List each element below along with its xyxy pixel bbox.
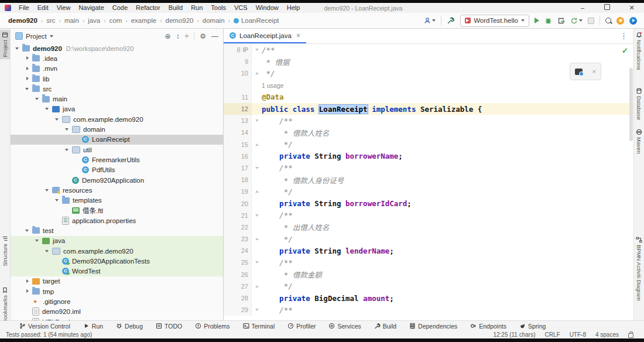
tree-item-lib[interactable]: lib (11, 74, 223, 84)
chevron-down-icon[interactable] (44, 187, 50, 193)
tree-item-demo920[interactable]: demo920D:\workspace\demo920 (11, 43, 223, 53)
status-widget-utf-8[interactable]: UTF-8 (570, 331, 586, 338)
status-widget-12-25-11-chars[interactable]: 12:25 (11 chars) (493, 331, 535, 338)
editor-gutter[interactable]: 17 (224, 162, 252, 174)
editor-gutter[interactable]: 24 (224, 245, 252, 256)
tree-item-demo920application[interactable]: CDemo920Application (11, 175, 223, 185)
chevron-down-icon[interactable] (44, 248, 50, 254)
status-widget-4-spaces[interactable]: 4 spaces (595, 331, 619, 338)
fold-gutter[interactable] (252, 67, 262, 79)
menu-file[interactable]: File (15, 3, 33, 13)
editor-gutter[interactable]: 11 (224, 91, 252, 103)
chevron-right-icon[interactable] (24, 288, 30, 295)
expand-all-icon[interactable]: ↕ (176, 32, 180, 40)
close-button[interactable]: ✕ (619, 4, 644, 12)
tree-item-loanreceipt[interactable]: CLoanReceipt (11, 135, 223, 145)
tree-item-main[interactable]: main (11, 94, 223, 104)
menu-run[interactable]: Run (187, 3, 207, 13)
code-editor[interactable]: 8IP/**9 * 借据10 */1 usage11@Data12public … (224, 44, 633, 321)
toolwindow-button-dependencies[interactable]: Dependencies (403, 323, 464, 330)
editor-gutter[interactable]: 26 (224, 269, 252, 281)
menu-tools[interactable]: Tools (207, 3, 230, 13)
collapse-all-icon[interactable]: ÷ (185, 32, 189, 40)
plugin-widget-icon[interactable] (575, 69, 583, 75)
editor-gutter[interactable]: 10 (224, 67, 252, 79)
tree-item-wordtest[interactable]: CWordTest (11, 266, 223, 276)
breadcrumb-item-main[interactable]: main (64, 17, 79, 24)
rerun-icon[interactable] (570, 17, 583, 25)
breadcrumb-item-example[interactable]: example (131, 17, 156, 24)
fold-gutter[interactable] (252, 256, 262, 268)
run-button[interactable] (535, 18, 539, 23)
editor-gutter[interactable]: 16 (224, 151, 252, 162)
toolwindow-button-spring[interactable]: Spring (513, 323, 552, 330)
editor-gutter[interactable]: 13 (224, 115, 252, 126)
status-message[interactable]: Tests passed: 1 (54 minutes ago) (6, 331, 92, 338)
run-with-coverage-icon[interactable] (557, 17, 565, 25)
breadcrumb-item-domain[interactable]: domain (203, 17, 225, 24)
tree-item-target[interactable]: target (11, 276, 223, 286)
project-panel-title[interactable]: Project (26, 33, 47, 40)
chevron-right-icon[interactable] (24, 76, 30, 82)
blue-plugin-icon[interactable] (629, 17, 637, 25)
usage-hint[interactable]: 1 usage (262, 80, 283, 91)
tree-item-freemarkerutils[interactable]: CFreemarkerUtils (11, 155, 223, 165)
chevron-down-icon[interactable] (34, 238, 40, 244)
editor-gutter[interactable]: 27 (224, 281, 252, 292)
toolwindow-button-run[interactable]: Run (77, 323, 109, 330)
chevron-down-icon[interactable] (24, 86, 30, 92)
profile-dropdown-icon[interactable] (424, 17, 436, 24)
tree-item-mvn[interactable]: .mvn (11, 64, 223, 74)
tree-item-com-example-demo920[interactable]: com.example.demo920 (11, 114, 223, 124)
menu-navigate[interactable]: Navigate (74, 3, 108, 13)
tree-item-src[interactable]: src (11, 84, 223, 94)
chevron-down-icon[interactable] (50, 35, 53, 37)
fold-gutter[interactable] (252, 281, 262, 292)
minimize-button[interactable]: – (570, 4, 595, 12)
editor-gutter[interactable]: 15 (224, 139, 252, 151)
tree-item-com-example-demo920[interactable]: com.example.demo920 (11, 246, 223, 256)
editor-gutter[interactable]: 29 (224, 304, 252, 316)
breadcrumb-item-java[interactable]: java (88, 17, 100, 24)
tree-item-test[interactable]: test (11, 225, 223, 235)
editor-gutter[interactable]: 9 (224, 56, 252, 67)
chevron-right-icon[interactable] (24, 278, 30, 285)
settings-gear-icon[interactable]: ⚙ (200, 32, 206, 40)
breadcrumb-item-demo920[interactable]: demo920 (166, 17, 194, 24)
toolwindow-button-todo[interactable]: TODO (149, 323, 189, 330)
menu-refactor[interactable]: Refactor (132, 3, 165, 13)
readonly-lock-icon[interactable] (628, 333, 633, 338)
breadcrumb-item-demo920[interactable]: demo920 (8, 17, 37, 24)
left-stripe-item-structure[interactable]: Structure (0, 234, 10, 268)
tree-item-templates[interactable]: templates (11, 195, 223, 205)
editor-gutter[interactable]: 14 (224, 126, 252, 138)
fold-gutter[interactable] (252, 186, 262, 197)
fold-gutter[interactable] (252, 304, 262, 316)
tree-item-ftl[interactable]: 借条.ftl (11, 206, 223, 216)
chevron-right-icon[interactable] (24, 55, 30, 61)
breadcrumb-item-src[interactable]: src (46, 17, 55, 24)
editor-gutter[interactable]: 21 (224, 210, 252, 221)
run-configuration-select[interactable]: WordTest.hello (460, 15, 529, 27)
tree-item-application-properties[interactable]: application.properties (11, 216, 223, 225)
breadcrumb-item-com[interactable]: com (109, 17, 122, 24)
stop-button[interactable] (588, 18, 594, 24)
menu-help[interactable]: Help (283, 3, 304, 13)
editor-options-kebab-icon[interactable]: ⋮ (620, 32, 633, 40)
menu-window[interactable]: Window (252, 3, 283, 13)
tree-item-pdfutils[interactable]: CPdfUtils (11, 165, 223, 175)
tree-item-domain[interactable]: domain (11, 124, 223, 134)
close-icon[interactable]: × (592, 68, 595, 75)
chevron-down-icon[interactable] (54, 116, 60, 122)
fold-gutter[interactable] (252, 115, 262, 126)
toolwindow-button-problems[interactable]: Problems (189, 323, 236, 330)
menu-edit[interactable]: Edit (33, 3, 53, 13)
tree-item-demo920applicationtests[interactable]: CDemo920ApplicationTests (11, 256, 223, 266)
chevron-down-icon[interactable] (64, 146, 70, 153)
locate-file-icon[interactable]: ⊕ (165, 32, 171, 40)
menu-vcs[interactable]: VCS (230, 3, 252, 13)
menu-code[interactable]: Code (108, 3, 132, 13)
hide-panel-icon[interactable]: — (211, 32, 218, 40)
editor-gutter[interactable]: 23 (224, 233, 252, 245)
fold-gutter[interactable] (252, 44, 262, 56)
